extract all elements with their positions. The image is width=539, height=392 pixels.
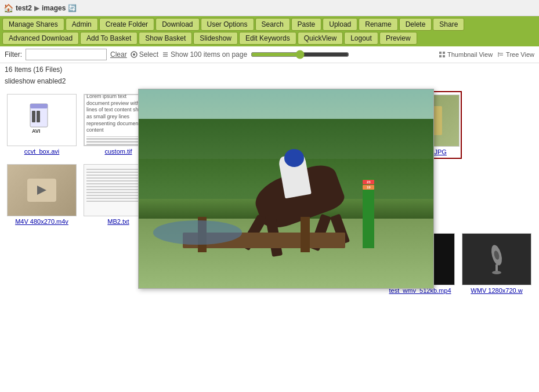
slideshow-info: slideshow enabled2 <box>0 76 539 89</box>
svg-rect-13 <box>30 104 48 108</box>
manage-shares-btn[interactable]: Manage Shares <box>2 18 64 31</box>
file-item[interactable]: M4V 480x270.m4v <box>5 161 79 228</box>
quickview-btn[interactable]: QuickView <box>298 32 343 45</box>
file-thumbnail <box>462 233 531 285</box>
svg-rect-6 <box>443 52 445 54</box>
preview-popup: 23 19 <box>138 89 434 289</box>
tree-icon <box>497 51 504 58</box>
delete-btn[interactable]: Delete <box>399 18 432 31</box>
svg-rect-15 <box>32 111 35 122</box>
breadcrumb-root[interactable]: test2 <box>16 4 32 12</box>
file-name[interactable]: ccvt_box.avi <box>24 148 60 155</box>
svg-text:AVI: AVI <box>32 128 40 134</box>
thumbnail-view-btn[interactable]: Thumbnail View <box>439 51 493 58</box>
breadcrumb-folder[interactable]: images <box>42 4 66 12</box>
filter-clear-btn[interactable]: Clear <box>110 50 127 59</box>
breadcrumb-separator: ▶ <box>34 4 39 12</box>
show-items-btn[interactable]: Show 100 items on page <box>162 50 247 59</box>
file-name[interactable]: custom.tif <box>104 148 132 155</box>
create-folder-btn[interactable]: Create Folder <box>99 18 154 31</box>
filter-input[interactable] <box>26 49 107 60</box>
list-icon <box>162 51 169 58</box>
svg-rect-16 <box>37 111 40 122</box>
stats-bar: 16 Items (16 Files) <box>0 63 539 76</box>
refresh-icon[interactable]: 🔄 <box>68 4 77 12</box>
slideshow-btn[interactable]: Slideshow <box>193 32 238 45</box>
logout-btn[interactable]: Logout <box>344 32 378 45</box>
file-name[interactable]: MB2.txt <box>107 218 129 225</box>
share-btn[interactable]: Share <box>433 18 464 31</box>
tree-view-btn[interactable]: Tree View <box>497 51 534 58</box>
file-name[interactable]: WMV 1280x720.w <box>471 287 522 294</box>
svg-rect-5 <box>439 52 442 54</box>
file-grid: AVI ccvt_box.avi Lorem ipsum text docume… <box>0 89 539 299</box>
svg-point-31 <box>492 271 501 274</box>
filter-label: Filter: <box>5 50 22 59</box>
size-slider[interactable] <box>251 50 349 59</box>
toolbar-row-2: Advanced Download Add To Basket Show Bas… <box>2 32 537 45</box>
paste-btn[interactable]: Paste <box>291 18 322 31</box>
toolbar: Manage Shares Admin Create Folder Downlo… <box>0 16 539 46</box>
file-name[interactable]: M4V 480x270.m4v <box>15 218 68 225</box>
title-bar: 🏠 test2 ▶ images 🔄 <box>0 0 539 16</box>
settings-icon <box>131 51 138 58</box>
preview-btn[interactable]: Preview <box>379 32 417 45</box>
wmv-icon2 <box>485 244 508 275</box>
svg-rect-7 <box>439 55 442 57</box>
file-item[interactable]: AVI ccvt_box.avi <box>5 91 79 159</box>
user-options-btn[interactable]: User Options <box>201 18 254 31</box>
file-item[interactable]: WMV 1280x720.w <box>460 230 534 297</box>
rename-btn[interactable]: Rename <box>359 18 397 31</box>
admin-btn[interactable]: Admin <box>66 18 98 31</box>
search-btn[interactable]: Search <box>255 18 290 31</box>
edit-keywords-btn[interactable]: Edit Keywords <box>239 32 296 45</box>
filter-select-btn[interactable]: Select <box>131 50 158 59</box>
upload-btn[interactable]: Upload <box>323 18 357 31</box>
advanced-download-btn[interactable]: Advanced Download <box>2 32 79 45</box>
filter-bar: Filter: Clear Select Show 100 items on p… <box>0 46 539 63</box>
toolbar-row-1: Manage Shares Admin Create Folder Downlo… <box>2 18 537 31</box>
home-icon[interactable]: 🏠 <box>3 3 13 13</box>
thumbnail-icon <box>439 51 446 58</box>
avi-icon: AVI <box>27 103 56 137</box>
svg-rect-30 <box>495 264 498 271</box>
file-thumbnail <box>7 164 77 216</box>
add-to-basket-btn[interactable]: Add To Basket <box>80 32 138 45</box>
svg-rect-8 <box>443 55 445 57</box>
svg-point-1 <box>133 53 135 56</box>
show-basket-btn[interactable]: Show Basket <box>139 32 192 45</box>
view-toggle: Thumbnail View Tree View <box>439 51 534 58</box>
download-btn[interactable]: Download <box>155 18 199 31</box>
file-thumbnail: AVI <box>7 94 77 146</box>
item-count: 16 Items (16 Files) <box>5 66 62 74</box>
